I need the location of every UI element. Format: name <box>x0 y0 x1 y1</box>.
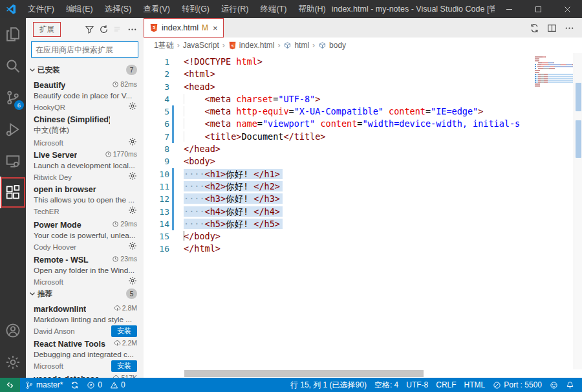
install-button[interactable]: 安装 <box>111 360 137 372</box>
code-text[interactable]: </html> <box>178 243 221 255</box>
status-item[interactable]: CRLF <box>432 378 460 392</box>
code-editor[interactable]: 1<!DOCTYPE html>2<html>3<head>4 <meta ch… <box>144 53 582 378</box>
status-item[interactable]: HTML <box>460 378 490 392</box>
code-text[interactable]: <title>Document</title> <box>178 131 325 143</box>
breadcrumb-item[interactable]: JavaScript <box>183 41 219 50</box>
menubar-item[interactable]: 帮助(H) <box>292 0 331 18</box>
split-editor-icon[interactable] <box>547 23 557 33</box>
overview-ruler[interactable] <box>574 53 582 369</box>
open-changes-icon[interactable] <box>530 23 539 33</box>
extension-item[interactable]: Live Server1770msLaunch a development lo… <box>26 147 144 182</box>
more-icon[interactable] <box>127 25 137 34</box>
code-line: 4 <meta charset="UTF-8"> <box>144 93 582 105</box>
maximize-button[interactable] <box>524 0 553 18</box>
extension-item[interactable]: Remote - WSL23msOpen any folder in the W… <box>26 252 144 287</box>
extension-item[interactable]: Power Mode29msYour code is powerful, unl… <box>26 217 144 252</box>
gear-icon[interactable] <box>128 102 137 113</box>
gear-icon[interactable] <box>128 276 137 288</box>
activitybar-source-control[interactable]: 6 <box>0 82 26 113</box>
activitybar-explorer[interactable] <box>0 18 26 50</box>
status-circle-slash[interactable]: Port : 5500 <box>489 378 546 392</box>
code-text[interactable]: </head> <box>178 143 221 155</box>
code-text[interactable]: ····<h3>你好! </h3> <box>178 193 283 205</box>
activitybar-extensions[interactable] <box>0 177 26 208</box>
breadcrumb-item[interactable]: html <box>283 41 309 50</box>
extension-item[interactable]: Chinese (Simplified) Lan...中文(简体)Microso… <box>26 112 144 147</box>
gutter <box>169 93 178 105</box>
menubar-item[interactable]: 文件(F) <box>22 0 60 18</box>
status-bell[interactable] <box>562 378 578 392</box>
status-sync[interactable] <box>67 378 83 392</box>
status-warning[interactable]: 0 <box>106 378 129 392</box>
menubar-item[interactable]: 编辑(E) <box>60 0 99 18</box>
code-text[interactable]: <meta http-equiv="X-UA-Compatible" conte… <box>178 105 483 118</box>
extension-author: Ritwick Dey <box>34 173 72 181</box>
window-title: index.html - my-notes - Visual Studio Co… <box>332 4 495 15</box>
close-icon[interactable]: × <box>213 23 218 33</box>
menubar-item[interactable]: 转到(G) <box>176 0 215 18</box>
extension-title-row: Live Server1770ms <box>34 150 137 160</box>
close-button[interactable] <box>553 0 582 18</box>
code-text[interactable]: <meta charset="UTF-8"> <box>178 93 320 105</box>
activitybar-search[interactable] <box>0 50 26 82</box>
extension-item[interactable]: vscode-database517K <box>26 371 144 378</box>
status-branch[interactable]: master* <box>21 378 67 392</box>
code-text[interactable]: <meta name="viewport" content="width=dev… <box>178 118 520 130</box>
gear-icon[interactable] <box>128 206 137 217</box>
code-text[interactable]: </body> <box>178 230 221 243</box>
code-token: html <box>236 56 257 67</box>
status-item[interactable]: 空格: 4 <box>371 378 402 392</box>
status-error[interactable]: 0 <box>83 378 106 392</box>
code-text[interactable]: ····<h1>你好! </h1> <box>178 168 283 180</box>
status-remote[interactable] <box>0 378 20 392</box>
menubar-item[interactable]: 终端(T) <box>254 0 292 18</box>
extension-item[interactable]: Beautify82msBeautify code in place for V… <box>26 77 144 112</box>
extension-search-box[interactable] <box>31 41 138 58</box>
code-token: 你好! <box>226 193 253 204</box>
horizontal-scrollbar[interactable] <box>184 370 424 377</box>
install-button[interactable]: 安装 <box>111 325 137 337</box>
tab-index-html[interactable]: 5 index.html M × <box>144 18 224 38</box>
minimap[interactable] <box>533 56 573 87</box>
extension-item[interactable]: open in browserThis allows you to open t… <box>26 182 144 217</box>
activitybar-run-debug[interactable] <box>0 113 26 145</box>
gear-icon[interactable] <box>128 171 137 183</box>
activitybar-settings-gear[interactable] <box>0 346 26 378</box>
code-text[interactable]: <!DOCTYPE html> <box>178 56 263 68</box>
clear-icon[interactable] <box>113 25 123 34</box>
code-text[interactable]: <head> <box>178 81 215 93</box>
extension-search-input[interactable] <box>36 45 134 54</box>
extension-author: Microsoft <box>34 278 63 286</box>
minimize-button[interactable] <box>495 0 524 18</box>
breadcrumb-separator: › <box>177 41 180 50</box>
breadcrumb-item[interactable]: 1基础 <box>154 40 174 51</box>
code-token: <body> <box>184 156 215 166</box>
extension-title-row: Beautify82ms <box>34 80 137 90</box>
breadcrumb-label: body <box>329 41 346 50</box>
code-text[interactable]: ····<h2>你好! </h2> <box>178 180 283 193</box>
activitybar-account[interactable] <box>0 314 26 346</box>
gear-icon[interactable] <box>128 241 137 253</box>
code-text[interactable]: <html> <box>178 68 215 80</box>
menubar-item[interactable]: 选择(S) <box>99 0 138 18</box>
breadcrumb-item[interactable]: body <box>318 41 346 50</box>
code-token: <h2> <box>205 181 226 191</box>
menubar-item[interactable]: 运行(R) <box>215 0 254 18</box>
refresh-icon[interactable] <box>99 25 109 34</box>
tab-label: index.html <box>162 23 199 32</box>
extension-item[interactable]: markdownlint2.8MMarkdown linting and sty… <box>26 301 144 336</box>
status-item[interactable]: 行 15, 列 1 (已选择90) <box>286 378 371 392</box>
section-header[interactable]: 已安装7 <box>26 63 144 77</box>
code-text[interactable]: <body> <box>178 155 215 168</box>
code-text[interactable]: ····<h5>你好! </h5> <box>178 218 283 230</box>
section-header[interactable]: 推荐5 <box>26 287 144 301</box>
filter-icon[interactable] <box>85 25 94 34</box>
code-text[interactable]: ····<h4>你好! </h4> <box>178 206 283 218</box>
menubar-item[interactable]: 查看(V) <box>137 0 176 18</box>
status-item[interactable]: UTF-8 <box>402 378 432 392</box>
activitybar-remote-explorer[interactable] <box>0 145 26 177</box>
breadcrumb-item[interactable]: 5index.html <box>228 41 275 50</box>
extension-item[interactable]: React Native Tools2.2MDebugging and inte… <box>26 336 144 371</box>
status-feedback[interactable] <box>546 378 562 392</box>
more-icon[interactable] <box>565 23 574 33</box>
